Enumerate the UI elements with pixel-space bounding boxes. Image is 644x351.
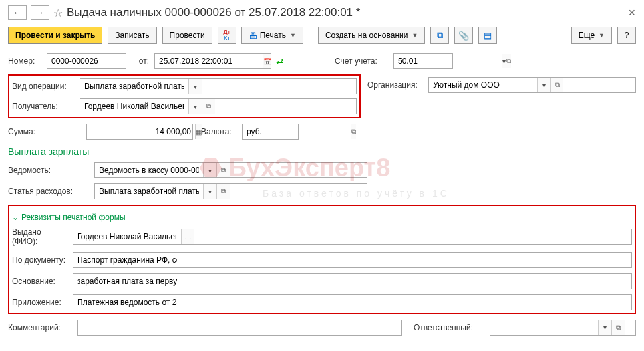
attach-button[interactable]: 📎 (454, 27, 473, 44)
list-view-button[interactable]: ▤ (478, 27, 497, 44)
print-form-toggle[interactable]: ⌄ Реквизиты печатной формы (12, 213, 632, 222)
comment-input[interactable] (78, 320, 186, 335)
bydoc-label: По документу: (12, 255, 69, 265)
chevron-down-icon: ⌄ (12, 213, 19, 222)
dropdown-icon[interactable]: ▾ (188, 79, 202, 94)
post-button[interactable]: Провести (162, 27, 212, 44)
open-icon[interactable]: ⧉ (351, 124, 356, 139)
open-icon[interactable]: ⧉ (506, 54, 511, 68)
more-button[interactable]: Еще▼ (571, 27, 612, 44)
dtkt-button[interactable]: ДтКт (218, 27, 236, 44)
basis-input[interactable] (73, 274, 181, 289)
chevron-down-icon: ▼ (290, 32, 296, 39)
dropdown-icon[interactable]: ▾ (203, 184, 216, 199)
calendar-icon[interactable]: 📅 (263, 54, 271, 68)
currency-input[interactable] (243, 124, 351, 139)
nav-forward-button[interactable]: → (31, 5, 49, 20)
post-and-close-button[interactable]: Провести и закрыть (8, 27, 102, 44)
expense-label: Статья расходов: (8, 187, 89, 196)
dropdown-icon[interactable]: ▾ (598, 320, 611, 335)
sum-input[interactable] (87, 124, 195, 139)
dropdown-icon[interactable]: ▾ (188, 99, 202, 114)
organization-input[interactable] (429, 78, 537, 92)
printer-icon: 🖶 (249, 31, 257, 41)
help-button[interactable]: ? (617, 27, 636, 44)
attach-label: Приложение: (12, 298, 69, 307)
expense-input[interactable] (95, 184, 203, 199)
posted-check-icon: ⇄ (276, 56, 284, 66)
attach-input[interactable] (73, 295, 181, 310)
create-based-button[interactable]: Создать на основании▼ (318, 27, 425, 44)
open-icon[interactable]: ⧉ (202, 99, 215, 114)
bydoc-input[interactable] (73, 253, 181, 267)
account-label: Счет учета: (335, 57, 388, 66)
chevron-down-icon: ▼ (412, 32, 418, 39)
open-icon[interactable]: ⧉ (216, 163, 230, 177)
open-icon[interactable]: ⧉ (611, 320, 625, 335)
open-icon[interactable]: ⧉ (216, 184, 230, 199)
responsible-input[interactable] (490, 320, 598, 335)
dropdown-icon[interactable]: ▾ (537, 78, 550, 92)
organization-label: Организация: (367, 80, 424, 90)
number-label: Номер: (8, 57, 41, 66)
vedomost-label: Ведомость: (8, 166, 89, 175)
chevron-down-icon: ▼ (599, 32, 605, 39)
dropdown-icon[interactable]: ▾ (203, 163, 216, 177)
related-button[interactable]: ⧉ (430, 27, 449, 44)
paperclip-icon: 📎 (458, 31, 469, 41)
operation-type-input[interactable] (80, 79, 188, 94)
issued-label: Выдано (ФИО): (12, 227, 69, 247)
operation-type-label: Вид операции: (12, 82, 76, 91)
currency-label: Валюта: (201, 127, 237, 136)
close-icon[interactable]: ✕ (628, 7, 636, 18)
open-icon[interactable]: ⧉ (550, 78, 564, 92)
recipient-label: Получатель: (12, 102, 76, 111)
list-icon: ▤ (484, 31, 492, 41)
recipient-input[interactable] (80, 99, 188, 114)
save-button[interactable]: Записать (108, 27, 156, 44)
related-icon: ⧉ (437, 30, 443, 41)
responsible-label: Ответственный: (414, 323, 484, 332)
salary-section-title: Выплата зарплаты (8, 146, 636, 157)
issued-input[interactable] (73, 229, 181, 244)
sum-label: Сумма: (8, 127, 81, 136)
favorite-star-icon[interactable]: ☆ (53, 7, 63, 19)
vedomost-input[interactable] (95, 163, 203, 177)
date-input[interactable] (155, 54, 263, 68)
page-title: Выдача наличных 0000-000026 от 25.07.201… (67, 6, 624, 19)
date-label: от: (132, 57, 149, 66)
basis-label: Основание: (12, 277, 69, 286)
nav-back-button[interactable]: ← (8, 5, 27, 20)
print-button[interactable]: 🖶Печать▼ (242, 27, 303, 44)
account-input[interactable] (394, 54, 502, 68)
comment-label: Комментарий: (8, 323, 72, 332)
more-dots-icon[interactable]: … (181, 229, 194, 244)
